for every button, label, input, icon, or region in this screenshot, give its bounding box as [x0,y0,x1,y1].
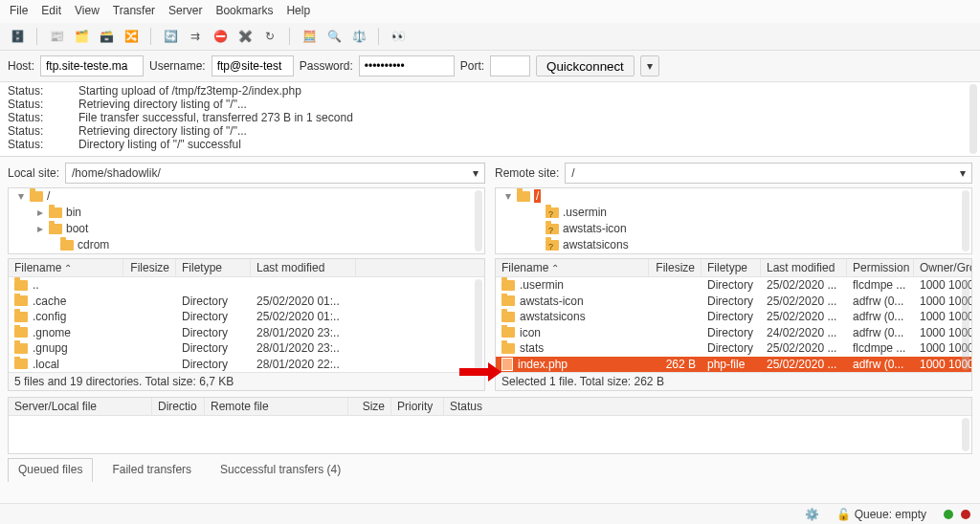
menu-server[interactable]: Server [168,4,202,17]
tree-twisty-icon[interactable]: ▸ [35,221,45,237]
toggle-queue-icon[interactable]: 🔀 [120,26,143,47]
host-input[interactable] [40,55,144,76]
tree-node[interactable]: ▸bin [9,205,484,221]
cell-lastmod: 24/02/2020 ... [767,325,836,341]
tree-node[interactable]: cdrom [9,237,484,253]
menu-transfer[interactable]: Transfer [113,4,155,17]
col-filetype[interactable]: Filetype [702,259,761,276]
process-queue-icon[interactable]: ⇉ [184,26,207,47]
cell-filesize: 262 B [666,357,696,373]
chevron-down-icon: ▾ [473,166,479,180]
tree-twisty-icon[interactable]: ▾ [503,188,513,205]
gear-icon[interactable]: ⚙️ [805,508,819,521]
table-row[interactable]: .configDirectory25/02/2020 01:.. [9,309,484,325]
tree-node[interactable]: ?awstats-icon [496,221,971,237]
menu-file[interactable]: File [10,4,28,17]
cell-owner: 1000 1000 [920,294,971,310]
local-rows[interactable]: ...cacheDirectory25/02/2020 01:...config… [9,277,484,372]
table-row[interactable]: .. [9,277,484,294]
tab-queued[interactable]: Queued files [8,458,93,482]
cell-owner: 1000 1000 [920,277,971,294]
col-permissions[interactable]: Permission [847,259,914,276]
col-filesize[interactable]: Filesize [649,259,702,276]
table-row[interactable]: .cacheDirectory25/02/2020 01:.. [9,294,484,310]
password-label: Password: [300,59,353,73]
compare-icon[interactable]: ⚖️ [347,26,370,47]
remote-site-label: Remote site: [495,166,559,180]
tq-col-remote[interactable]: Remote file [205,398,348,415]
menu-view[interactable]: View [75,4,100,17]
cell-filetype: Directory [707,325,753,341]
port-input[interactable] [490,55,530,76]
tq-col-status[interactable]: Status [444,398,971,415]
cell-permissions: adfrw (0... [853,357,903,373]
tab-successful[interactable]: Successful transfers (4) [211,459,350,482]
tab-failed[interactable]: Failed transfers [102,459,201,482]
remote-site-combo[interactable]: /▾ [565,163,972,184]
tree-node[interactable]: ?.usermin [496,205,971,221]
search-icon[interactable]: 🔍 [323,26,345,47]
tree-node[interactable]: ▸boot [9,221,484,237]
password-input[interactable] [359,55,455,76]
cancel-icon[interactable]: ⛔ [209,26,232,47]
local-panel: Local site: /home/shadowlik/▾ ▾/▸bin▸boo… [8,163,485,391]
menu-bookmarks[interactable]: Bookmarks [215,4,273,17]
table-row[interactable]: .gnupgDirectory28/01/2020 23:.. [9,340,484,357]
table-row[interactable]: index.php262 Bphp-file25/02/2020 ...adfr… [496,357,971,373]
local-site-value: /home/shadowlik/ [72,166,161,180]
table-row[interactable]: .gnomeDirectory28/01/2020 23:.. [9,325,484,341]
tq-col-server[interactable]: Server/Local file [9,398,152,415]
folder-unknown-icon: ? [546,224,559,234]
cell-filename: awstatsicons [520,309,586,325]
col-filesize[interactable]: Filesize [123,259,176,276]
local-tree[interactable]: ▾/▸bin▸bootcdrom [8,187,485,254]
tree-twisty-icon[interactable]: ▸ [35,205,45,221]
toggle-log-icon[interactable]: 📰 [45,26,68,47]
tree-node[interactable]: ▾/ [496,188,971,205]
menu-edit[interactable]: Edit [41,4,61,17]
cell-filename: icon [520,325,541,341]
table-row[interactable]: statsDirectory25/02/2020 ...flcdmpe ...1… [496,340,971,357]
toggle-tree-local-icon[interactable]: 🗂️ [70,26,93,47]
binoculars-icon[interactable]: 👀 [387,26,410,47]
local-site-combo[interactable]: /home/shadowlik/▾ [65,163,485,184]
disconnect-icon[interactable]: ✖️ [234,26,256,47]
transfer-queue-rows[interactable] [9,416,971,453]
tq-col-priority[interactable]: Priority [391,398,444,415]
tree-node[interactable]: ▾/ [9,188,484,205]
username-input[interactable] [212,55,294,76]
tree-twisty-icon[interactable]: ▾ [16,188,26,205]
table-row[interactable]: iconDirectory24/02/2020 ...adfrw (0...10… [496,325,971,341]
col-owner[interactable]: Owner/Gro [914,259,971,276]
tq-col-size[interactable]: Size [348,398,391,415]
remote-rows[interactable]: .userminDirectory25/02/2020 ...flcdmpe .… [496,277,971,372]
site-manager-icon[interactable]: 🗄️ [6,26,29,47]
remote-tree[interactable]: ▾/?.usermin?awstats-icon?awstatsicons [495,187,972,254]
table-row[interactable]: .localDirectory28/01/2020 22:.. [9,357,484,373]
cell-permissions: adfrw (0... [853,294,903,310]
tree-node[interactable]: ?awstatsicons [496,237,971,253]
col-filename[interactable]: Filename⌃ [496,259,649,276]
local-file-list: Filename⌃ Filesize Filetype Last modifie… [8,258,485,391]
col-lastmod[interactable]: Last modified [761,259,847,276]
col-lastmod[interactable]: Last modified [251,259,356,276]
refresh-icon[interactable]: 🔄 [159,26,182,47]
message-log[interactable]: Status:Starting upload of /tmp/fz3temp-2… [0,82,980,157]
tq-col-direction[interactable]: Directio [152,398,205,415]
col-filetype[interactable]: Filetype [176,259,251,276]
activity-dot-2 [961,510,970,519]
table-row[interactable]: awstatsiconsDirectory25/02/2020 ...adfrw… [496,309,971,325]
filter-icon[interactable]: 🧮 [298,26,321,47]
menu-help[interactable]: Help [286,4,310,17]
reconnect-icon[interactable]: ↻ [258,26,281,47]
table-row[interactable]: .userminDirectory25/02/2020 ...flcdmpe .… [496,277,971,294]
col-filename[interactable]: Filename⌃ [9,259,123,276]
quickconnect-button[interactable]: Quickconnect [536,55,635,76]
cell-owner: 1000 1000 [920,309,971,325]
cell-filename: .config [33,309,66,325]
quickconnect-dropdown-icon[interactable]: ▾ [640,55,659,76]
table-row[interactable]: awstats-iconDirectory25/02/2020 ...adfrw… [496,294,971,310]
cell-filetype: Directory [182,294,228,310]
toggle-tree-remote-icon[interactable]: 🗃️ [95,26,118,47]
cell-filetype: Directory [182,357,228,373]
